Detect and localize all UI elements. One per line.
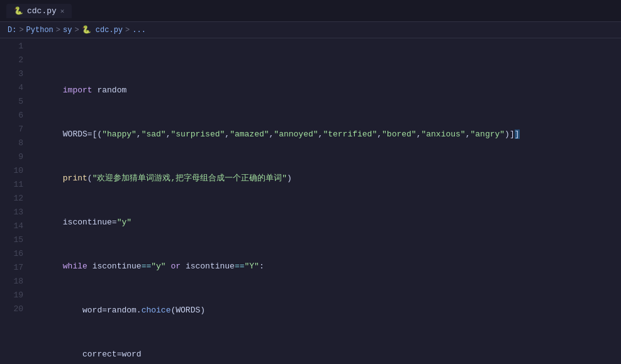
line-num-14: 14: [5, 219, 23, 233]
code-line-7: correct=word: [33, 334, 621, 348]
line-num-2: 2: [5, 53, 23, 67]
code-content[interactable]: import random WORDS=[("happy","sad","sur…: [28, 38, 621, 364]
title-bar: 🐍 cdc.py ✕: [0, 0, 621, 22]
editor-tab[interactable]: 🐍 cdc.py ✕: [6, 4, 72, 18]
code-line-4: iscontinue="y": [33, 202, 621, 216]
line-num-7: 7: [5, 123, 23, 136]
line-num-18: 18: [5, 275, 23, 289]
tab-close-button[interactable]: ✕: [60, 7, 65, 15]
line-num-1: 1: [5, 40, 23, 53]
line-num-3: 3: [5, 67, 23, 81]
line-num-4: 4: [5, 81, 23, 95]
line-num-12: 12: [5, 192, 23, 206]
line-num-16: 16: [5, 247, 23, 261]
line-num-6: 6: [5, 109, 23, 123]
code-line-6: word=random.choice(WORDS): [33, 290, 621, 304]
code-line-5: while iscontinue=="y" or iscontinue=="Y"…: [33, 246, 621, 260]
code-editor: 1 2 3 4 5 6 7 8 9 10 11 12 13 14 15 16 1…: [0, 38, 621, 364]
line-num-8: 8: [5, 136, 23, 150]
line-num-17: 17: [5, 261, 23, 275]
line-numbers: 1 2 3 4 5 6 7 8 9 10 11 12 13 14 15 16 1…: [0, 38, 28, 364]
line-num-5: 5: [5, 95, 23, 109]
line-num-15: 15: [5, 233, 23, 247]
line-num-13: 13: [5, 206, 23, 219]
code-line-3: print("欢迎参加猜单词游戏,把字母组合成一个正确的单词"): [33, 158, 621, 172]
python-file-icon: 🐍: [14, 6, 23, 16]
code-line-1: import random: [33, 70, 621, 84]
breadcrumb: D: > Python > sy > 🐍 cdc.py > ...: [0, 22, 621, 38]
line-num-10: 10: [5, 164, 23, 178]
code-line-2: WORDS=[("happy","sad","surprised","amaze…: [33, 114, 621, 128]
line-num-11: 11: [5, 178, 23, 192]
line-num-19: 19: [5, 289, 23, 302]
line-num-9: 9: [5, 150, 23, 164]
tab-filename: cdc.py: [27, 6, 57, 16]
line-num-20: 20: [5, 302, 23, 316]
